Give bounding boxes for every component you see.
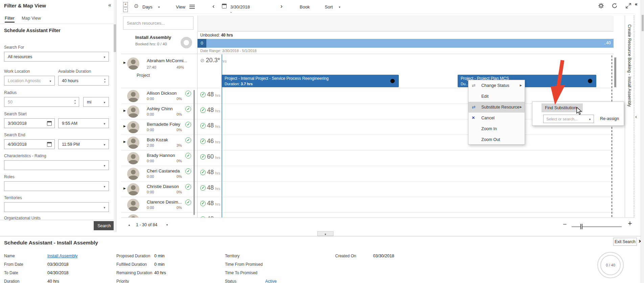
resource-row[interactable]: ▶Ashley Chinn0:000%✓ — [121, 104, 198, 119]
stepper-arrows-icon[interactable]: ▲▼ — [103, 77, 107, 84]
radius-input[interactable]: 50 ▲▼ — [4, 97, 79, 107]
context-menu-item[interactable]: Edit — [468, 91, 525, 102]
search-end-time-select[interactable]: 11:59 PM ▼ — [58, 139, 109, 149]
territories-select[interactable]: ▼ — [4, 202, 109, 212]
resource-row[interactable]: ▶Bob Kozak2:003%✓ — [121, 135, 198, 150]
zoom-in-button[interactable]: + — [628, 219, 632, 228]
expand-caret-icon[interactable]: ▶ — [123, 187, 126, 190]
resource-name[interactable]: Brady Hannon — [147, 153, 175, 158]
panel-scrollbar[interactable] — [114, 0, 116, 232]
context-menu-item[interactable]: ⇄Change Status▶ — [468, 80, 525, 91]
calendar-icon[interactable] — [222, 4, 227, 8]
resource-name[interactable]: Allison Dickson — [147, 91, 177, 96]
expand-caret-icon[interactable]: ▶ — [123, 61, 126, 64]
page-scrollbar-thumb[interactable] — [642, 15, 644, 31]
context-menu-item[interactable]: ×Cancel — [468, 113, 525, 123]
panel-collapse-icon[interactable]: « — [108, 2, 111, 8]
available-hours: 20.3* — [206, 57, 220, 64]
roles-select[interactable]: ▼ — [4, 181, 109, 191]
resource-row[interactable]: ▶Bernadette Foley0:000%✓ — [121, 119, 198, 135]
list-view-icon[interactable] — [189, 5, 195, 9]
available-duration-value: 40 hours — [62, 78, 78, 83]
resource-name[interactable]: Bob Kozak — [147, 137, 168, 142]
resource-name[interactable]: Ashley Chinn — [147, 106, 173, 111]
expand-caret-icon[interactable]: ▶ — [123, 124, 126, 128]
collapse-all-icon[interactable]: − — [123, 7, 128, 12]
next-range-icon[interactable]: › — [280, 2, 282, 10]
resource-schedule-row[interactable]: ✓48hrs — [198, 197, 614, 213]
resource-schedule-row[interactable]: ✓48hrs — [198, 213, 614, 217]
resource-row[interactable]: Cheri Castaneda0:000%✓ — [121, 166, 198, 182]
resource-name[interactable]: Cheri Castaneda — [147, 168, 180, 173]
expand-caret-icon[interactable]: ▶ — [123, 109, 126, 112]
substitute-resource-select[interactable]: Select or search... ▼ — [543, 115, 594, 123]
expand-caret-icon[interactable]: ▶ — [123, 140, 126, 143]
prev-range-icon[interactable]: ‹ — [212, 2, 214, 10]
bottom-panel-collapse-tab[interactable]: ▼ — [317, 231, 334, 236]
book-button[interactable]: Book — [300, 4, 310, 9]
detail-value: 0 min — [154, 262, 165, 267]
requirement-select-ring[interactable] — [181, 37, 192, 48]
resource-name[interactable]: Clarence Desim... — [147, 199, 182, 205]
resource-schedule-row[interactable]: ✓46hrs — [198, 135, 614, 150]
search-start-time-select[interactable]: 9:55 AM ▼ — [58, 118, 109, 128]
search-for-select[interactable]: All resources ▼ — [4, 52, 109, 62]
resource-row[interactable] — [121, 213, 198, 217]
calendar-icon[interactable] — [47, 142, 52, 147]
booking-status-dot-icon[interactable] — [588, 79, 592, 83]
grid-scrollbar-thumb[interactable] — [614, 57, 616, 87]
expand-all-icon[interactable]: + — [123, 2, 128, 7]
resource-list-scrollbar[interactable] — [193, 90, 195, 215]
search-button[interactable]: Search — [94, 221, 115, 230]
zoom-slider-track[interactable] — [572, 226, 622, 227]
resource-search-input[interactable] — [123, 16, 193, 30]
tab-filter[interactable]: Filter — [5, 16, 15, 23]
resource-row[interactable]: ▶Abraham McCormi...27:4049%Project — [121, 54, 198, 88]
exit-search-button[interactable]: Exit Search — [613, 238, 637, 246]
resource-name[interactable]: Bernadette Foley — [147, 122, 180, 127]
stepper-arrows-icon[interactable]: ▲▼ — [73, 99, 77, 105]
page-scrollbar[interactable] — [641, 0, 644, 283]
resource-row[interactable]: Brady Hannon0:000%✓ — [121, 150, 198, 166]
fullscreen-icon[interactable] — [625, 3, 631, 9]
resource-name[interactable]: Christie Dawson — [147, 184, 179, 189]
sort-select[interactable]: Sort — [325, 4, 333, 9]
work-location-select[interactable]: Location Agnostic ▼ — [4, 76, 55, 86]
search-end-date-field[interactable]: 4/30/2018 — [4, 139, 55, 149]
page-down-icon[interactable]: ▼ — [166, 223, 168, 227]
requirement-card[interactable]: Install Assembly Booked hrs: 0 / 40 — [121, 31, 198, 54]
detail-value-link[interactable]: Install Assembly — [47, 254, 78, 258]
page-up-icon[interactable]: ▲ — [128, 223, 131, 227]
context-menu-item[interactable]: Zoom Out — [468, 134, 525, 145]
resource-schedule-row[interactable]: ✓48hrs — [198, 166, 614, 182]
create-resource-booking-panel[interactable]: Create Resource Booking - Install Assemb… — [625, 16, 634, 217]
resource-row[interactable]: ▶Christie Dawson0:000%✓ — [121, 182, 198, 197]
search-start-date-field[interactable]: 3/30/2018 — [4, 118, 55, 128]
context-menu-item[interactable]: ⇄Substitute Resource▶ — [468, 102, 525, 113]
reassign-button[interactable]: Re-assign — [600, 116, 619, 121]
page-collapse-icon[interactable]: « — [635, 1, 638, 7]
resource-row[interactable]: Clarence Desim...0:000%✓ — [121, 197, 198, 213]
radius-unit-select[interactable]: mi ▼ — [83, 97, 109, 107]
zoom-out-button[interactable]: − — [563, 220, 567, 228]
detail-value-link[interactable]: Active — [265, 279, 277, 283]
resource-row[interactable]: Allison Dickson0:000%✓ — [121, 88, 198, 104]
calendar-icon[interactable] — [47, 121, 52, 126]
resource-schedule-row[interactable]: ✓60hrs — [198, 150, 614, 166]
context-menu-item[interactable]: Zoom In — [468, 123, 525, 134]
booking-status-dot-icon[interactable] — [390, 79, 395, 83]
characteristics-select[interactable]: ▼ — [4, 160, 109, 170]
scale-select[interactable]: Days — [142, 4, 153, 9]
expand-panel-icon[interactable]: ‹ — [635, 114, 637, 119]
resource-schedule-row[interactable]: ✓48hrs — [198, 182, 614, 197]
caret-down-icon: ▼ — [103, 143, 106, 146]
booking-bar[interactable]: Project - Internal Project - Service Pro… — [222, 75, 399, 87]
available-duration-stepper[interactable]: 40 hours ▲▼ — [58, 76, 109, 86]
zoom-slider-handle[interactable] — [580, 224, 582, 229]
unbooked-bar[interactable]: 0 ..40 — [198, 39, 614, 48]
resource-name[interactable]: Abraham McCormi... — [147, 58, 187, 63]
panel-scrollbar-thumb[interactable] — [114, 24, 116, 52]
settings-gear-icon[interactable] — [598, 3, 604, 9]
tab-map-view[interactable]: Map View — [22, 16, 41, 21]
refresh-icon[interactable] — [612, 3, 618, 9]
